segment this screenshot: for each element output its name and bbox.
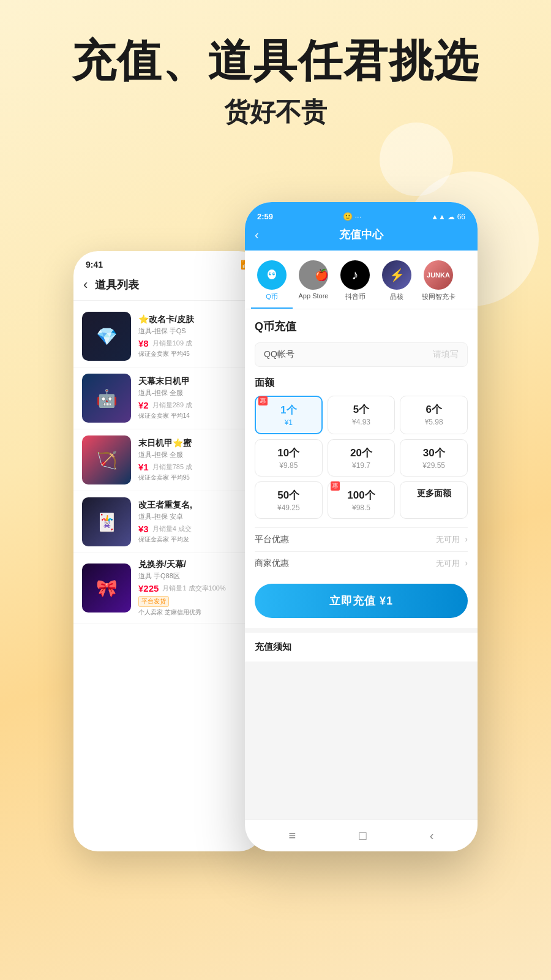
item-tag: 道具-担保 全服	[138, 450, 255, 459]
item-price-row: ¥3 月销量4 成交	[138, 524, 255, 534]
right-status-time: 2:59	[257, 212, 273, 221]
left-phone-header: ‹ 道具列表	[73, 272, 263, 301]
denom-qty: 1个	[261, 403, 317, 417]
platform-badge: 平台发货	[138, 596, 169, 607]
denom-price: ¥5.98	[405, 418, 462, 426]
denom-qty: 10个	[260, 446, 317, 460]
tab-appstore-label: App Store	[299, 292, 329, 300]
denom-qty: 100个	[333, 488, 390, 502]
item-guarantee: 保证金卖家 平均14	[138, 412, 255, 420]
qq-account-input-row[interactable]: QQ帐号 请填写	[255, 342, 468, 367]
denom-cell-30[interactable]: 30个 ¥29.55	[400, 439, 468, 477]
left-status-time: 9:41	[86, 260, 103, 270]
nav-menu-icon[interactable]: ≡	[289, 829, 296, 843]
section-title: Q币充值	[255, 319, 468, 334]
merchant-discount-value: 无可用 ›	[436, 558, 468, 569]
hero-section: 充值、道具任君挑选 货好不贵	[0, 0, 551, 141]
tab-junka-label: 骏网智充卡	[422, 292, 455, 301]
hero-title: 充值、道具任君挑选	[24, 37, 527, 85]
denomination-grid: 1个 ¥1 5个 ¥4.93 6个 ¥5.98 10个 ¥9.85	[255, 396, 468, 519]
item-image: 💎	[82, 312, 131, 361]
item-guarantee: 保证金卖家 平均45	[138, 350, 255, 358]
item-guarantee: 保证金卖家 平均95	[138, 473, 255, 482]
item-image: 🃏	[82, 497, 131, 546]
tab-qq-icon	[257, 260, 287, 290]
right-back-button[interactable]: ‹	[255, 228, 259, 242]
denom-price: ¥29.55	[405, 461, 462, 470]
item-tag: 道具-担保 手QS	[138, 326, 255, 336]
item-info: ⭐改名卡/皮肤 道具-担保 手QS ¥8 月销量109 成 保证金卖家 平均45	[138, 314, 255, 358]
item-image: 🏹	[82, 435, 131, 484]
denom-cell-100[interactable]: 100个 ¥98.5	[328, 481, 395, 519]
denom-qty: 20个	[333, 446, 390, 460]
item-price: ¥225	[138, 583, 159, 594]
item-sales: 月销量1 成交率100%	[162, 584, 225, 593]
left-phone: 9:41 📶 ‹ 道具列表 💎 ⭐改名卡/皮肤 道具-担保 手QS ¥8 月销量…	[73, 251, 263, 851]
denom-cell-more[interactable]: 更多面额	[400, 481, 468, 519]
cta-button[interactable]: 立即充值 ¥1	[255, 584, 468, 618]
notice-title: 充值须知	[255, 641, 468, 653]
item-info: 末日机甲⭐蜜 道具-担保 全服 ¥1 月销量785 成 保证金卖家 平均95	[138, 438, 255, 482]
right-phone-header: ‹ 充值中心	[245, 224, 478, 251]
denom-cell-1[interactable]: 1个 ¥1	[255, 396, 323, 434]
left-phone-status-bar: 9:41 📶	[73, 251, 263, 272]
item-guarantee: 保证金卖家 平均发	[138, 535, 255, 544]
denom-qty: 50个	[260, 488, 317, 502]
tab-junka[interactable]: JUNKA 骏网智充卡	[418, 260, 459, 309]
list-item[interactable]: 💎 ⭐改名卡/皮肤 道具-担保 手QS ¥8 月销量109 成 保证金卖家 平均…	[73, 306, 263, 368]
tab-junka-icon: JUNKA	[424, 260, 453, 290]
denom-cell-50[interactable]: 50个 ¥49.25	[255, 481, 323, 519]
denom-qty: 更多面额	[405, 488, 462, 499]
item-info: 天幕末日机甲 道具-担保 全服 ¥2 月销量289 成 保证金卖家 平均14	[138, 376, 255, 420]
denomination-title: 面额	[255, 377, 468, 390]
item-price-row: ¥8 月销量109 成	[138, 338, 255, 349]
notice-section: 充值须知	[245, 628, 478, 662]
item-sales: 月销量109 成	[152, 339, 192, 348]
item-price: ¥1	[138, 462, 149, 472]
tab-jinghe[interactable]: ⚡ 晶核	[376, 260, 418, 309]
item-sales: 月销量289 成	[152, 401, 192, 410]
item-price: ¥8	[138, 338, 149, 349]
left-back-button[interactable]: ‹	[83, 277, 88, 293]
denom-qty: 30个	[405, 446, 462, 460]
denom-cell-5[interactable]: 5个 ¥4.93	[328, 396, 395, 434]
merchant-discount-row[interactable]: 商家优惠 无可用 ›	[255, 551, 468, 575]
denom-cell-20[interactable]: 20个 ¥19.7	[328, 439, 395, 477]
svg-point-1	[268, 270, 276, 279]
list-item[interactable]: 🎀 兑换券/天幕/ 道具 手Q88区 ¥225 月销量1 成交率100% 平台发…	[73, 553, 263, 624]
svg-point-5	[274, 273, 275, 274]
tab-douyin[interactable]: ♪ 抖音币	[334, 260, 376, 309]
item-info: 改王者重复名, 道具-担保 安卓 ¥3 月销量4 成交 保证金卖家 平均发	[138, 500, 255, 544]
denom-cell-6[interactable]: 6个 ¥5.98	[400, 396, 468, 434]
item-price: ¥3	[138, 524, 149, 534]
denom-price: ¥1	[261, 418, 317, 427]
item-sales: 月销量4 成交	[152, 524, 192, 533]
denom-cell-10[interactable]: 10个 ¥9.85	[255, 439, 323, 477]
nav-home-icon[interactable]: □	[359, 829, 366, 843]
item-image: 🎀	[82, 564, 131, 612]
item-tag: 道具 手Q88区	[138, 571, 255, 581]
tab-qbi[interactable]: Q币	[251, 260, 293, 309]
list-item[interactable]: 🤖 天幕末日机甲 道具-担保 全服 ¥2 月销量289 成 保证金卖家 平均14	[73, 368, 263, 429]
list-item[interactable]: 🏹 末日机甲⭐蜜 道具-担保 全服 ¥1 月销量785 成 保证金卖家 平均95	[73, 429, 263, 491]
right-phone: 2:59 🙂 ··· ▲▲ ☁ 66 ‹ 充值中心	[245, 202, 478, 851]
list-item[interactable]: 🃏 改王者重复名, 道具-担保 安卓 ¥3 月销量4 成交 保证金卖家 平均发	[73, 491, 263, 553]
bottom-nav: ≡ □ ‹	[245, 820, 478, 851]
denom-price: ¥49.25	[260, 503, 317, 512]
item-name: 末日机甲⭐蜜	[138, 438, 255, 449]
denom-qty: 6个	[405, 402, 462, 417]
nav-back-icon[interactable]: ‹	[430, 829, 434, 843]
tab-douyin-label: 抖音币	[345, 292, 365, 301]
platform-discount-row[interactable]: 平台优惠 无可用 ›	[255, 527, 468, 551]
input-placeholder: 请填写	[433, 349, 459, 360]
right-main-content: Q币充值 QQ帐号 请填写 面额 1个 ¥1 5个 ¥4.93	[245, 309, 478, 628]
phones-container: 9:41 📶 ‹ 道具列表 💎 ⭐改名卡/皮肤 道具-担保 手QS ¥8 月销量…	[0, 202, 551, 851]
right-status-avatar: 🙂 ···	[343, 212, 361, 221]
input-label: QQ帐号	[264, 349, 433, 360]
item-price-row: ¥1 月销量785 成	[138, 462, 255, 472]
denom-price: ¥9.85	[260, 461, 317, 470]
tab-apple-icon: 🍎	[299, 260, 328, 290]
item-tag: 道具-担保 安卓	[138, 512, 255, 521]
item-list: 💎 ⭐改名卡/皮肤 道具-担保 手QS ¥8 月销量109 成 保证金卖家 平均…	[73, 301, 263, 628]
tab-appstore[interactable]: 🍎 App Store	[293, 260, 334, 309]
